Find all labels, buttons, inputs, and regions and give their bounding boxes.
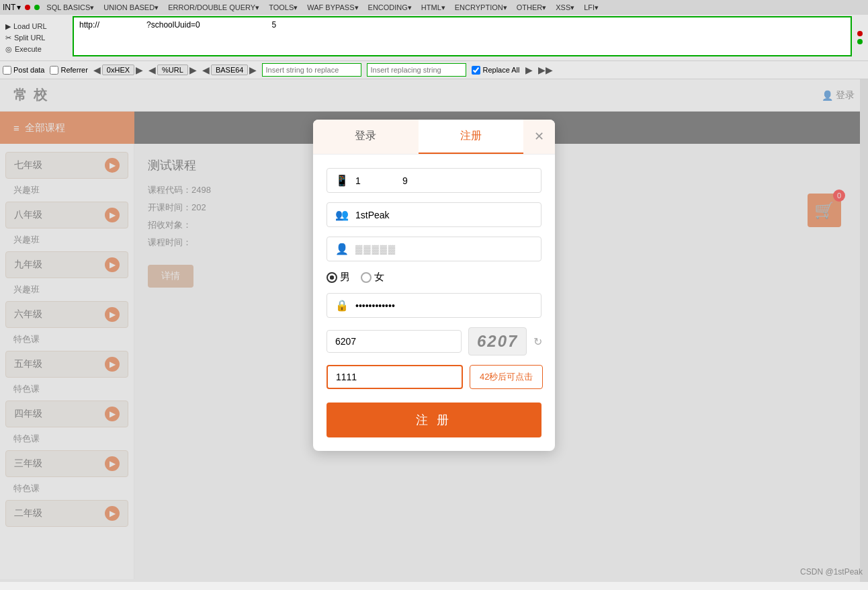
password-dots-input[interactable] (355, 300, 533, 311)
int-label: INT (3, 3, 15, 12)
left-arrow-hex: ◀ (93, 65, 101, 75)
captcha-row: 6207 ↻ (327, 327, 541, 355)
menu-waf-bypass[interactable]: WAF BYPASS▾ (304, 3, 361, 13)
base64-encode-group: ◀ BASE64 ▶ (202, 65, 257, 75)
replace-arrow: ▶ (525, 65, 533, 75)
tab-login[interactable]: 登录 (313, 120, 419, 154)
male-radio (327, 272, 337, 283)
post-data-checkbox[interactable]: Post data (3, 66, 44, 75)
modal-body: 📱 👥 👤 (313, 155, 555, 451)
referrer-checkbox[interactable]: Referrer (50, 66, 87, 75)
right-red-dot (857, 31, 863, 36)
left-arrow-url: ◀ (148, 65, 156, 75)
phone-icon: 📱 (335, 174, 349, 187)
url-encode-group: ◀ %URL ▶ (148, 65, 197, 75)
referrer-check[interactable] (50, 66, 58, 75)
female-radio (361, 272, 372, 283)
menu-tools[interactable]: TOOLS▾ (266, 3, 300, 13)
left-arrow-b64: ◀ (202, 65, 210, 75)
password-dots-field: 🔒 (327, 293, 541, 318)
replace-all-label: Replace All (482, 66, 519, 74)
menu-encoding[interactable]: ENCODING▾ (365, 3, 415, 13)
load-icon: ▶ (5, 22, 11, 31)
hex-encode-group: ◀ 0xHEX ▶ (93, 65, 143, 75)
export-arrow: ▶▶ (538, 65, 553, 75)
execute-button[interactable]: ◎ Execute (3, 44, 70, 55)
user-field-icon: 👥 (335, 208, 349, 221)
menu-xss[interactable]: XSS▾ (553, 3, 577, 13)
menu-error-double[interactable]: ERROR/DOUBLE QUERY▾ (165, 3, 262, 13)
lock-icon: 🔒 (335, 299, 349, 312)
post-data-check[interactable] (3, 66, 11, 75)
modal-dialog: 登录 注册 ✕ 📱 👥 (313, 120, 555, 451)
insert-replacing-input[interactable] (367, 63, 466, 77)
sms-code-input[interactable] (327, 365, 463, 389)
menu-lfi[interactable]: LFI▾ (581, 3, 601, 13)
menu-other[interactable]: OTHER▾ (514, 3, 550, 13)
status-green-dot (34, 5, 40, 10)
gender-female-option[interactable]: 女 (361, 271, 384, 284)
split-url-button[interactable]: ✂ Split URL (3, 32, 70, 44)
left-buttons: ▶ Load URL ✂ Split URL ◎ Execute (3, 21, 70, 55)
load-url-button[interactable]: ▶ Load URL (3, 21, 70, 32)
hex-button[interactable]: 0xHEX (102, 65, 134, 75)
options-row: Post data Referrer ◀ 0xHEX ▶ ◀ %URL ▶ ◀ … (0, 60, 868, 79)
phone-input[interactable] (355, 175, 533, 186)
menu-bar: INT ▾ SQL BASICS▾ UNION BASED▾ ERROR/DOU… (0, 0, 868, 15)
menu-html[interactable]: HTML▾ (419, 3, 448, 13)
right-arrow-hex: ▶ (136, 65, 143, 75)
right-dots (855, 28, 865, 47)
menu-sql-basics[interactable]: SQL BASICS▾ (44, 3, 97, 13)
status-red-dot (25, 5, 30, 10)
female-label: 女 (374, 271, 384, 284)
replace-all-checkbox[interactable]: Replace All (472, 66, 519, 75)
url-row: ▶ Load URL ✂ Split URL ◎ Execute (0, 15, 868, 60)
execute-icon: ◎ (5, 45, 12, 54)
main-content: 常 校 👤 登录 ≡ 全部课程 七年级 ▶ (0, 79, 868, 582)
insert-string-input[interactable] (262, 63, 361, 77)
chevron-down-icon: ▾ (17, 3, 21, 12)
sms-row: 42秒后可点击 (327, 365, 541, 389)
right-green-dot (857, 39, 863, 44)
phone-field: 📱 (327, 168, 541, 193)
load-url-label: Load URL (13, 22, 47, 30)
register-submit-button[interactable]: 注 册 (327, 403, 541, 437)
watermark: CSDN @1stPeak (800, 567, 863, 577)
modal-close-button[interactable]: ✕ (523, 120, 555, 154)
captcha-input[interactable] (327, 330, 462, 353)
captcha-image: 6207 (468, 327, 527, 355)
post-data-label: Post data (13, 66, 44, 74)
modal-overlay: 登录 注册 ✕ 📱 👥 (0, 79, 868, 582)
password-icon: 👤 (335, 243, 349, 255)
url-input-area (73, 16, 852, 59)
gender-row: 男 女 (327, 271, 541, 284)
right-arrow-url: ▶ (189, 65, 197, 75)
username-input[interactable] (355, 210, 533, 220)
right-arrow-b64: ▶ (249, 65, 257, 75)
url-input[interactable] (73, 16, 852, 56)
execute-label: Execute (15, 45, 42, 53)
password-field: 👤 (327, 237, 541, 261)
base64-button[interactable]: BASE64 (211, 65, 249, 75)
modal-tabs: 登录 注册 ✕ (313, 120, 555, 155)
sms-button[interactable]: 42秒后可点击 (470, 365, 543, 389)
int-select[interactable]: INT ▾ (3, 3, 21, 12)
captcha-refresh-button[interactable]: ↻ (533, 335, 542, 348)
referrer-label: Referrer (60, 66, 87, 74)
password-input[interactable] (355, 244, 533, 255)
split-icon: ✂ (5, 34, 11, 42)
split-url-label: Split URL (14, 34, 45, 42)
replace-all-check[interactable] (472, 66, 480, 75)
username-field: 👥 (327, 202, 541, 227)
url-button[interactable]: %URL (157, 65, 188, 75)
tab-register[interactable]: 注册 (419, 120, 524, 154)
gender-male-option[interactable]: 男 (327, 271, 350, 284)
menu-encryption[interactable]: ENCRYPTION▾ (452, 3, 510, 13)
menu-union-based[interactable]: UNION BASED▾ (101, 3, 161, 13)
toolbar: INT ▾ SQL BASICS▾ UNION BASED▾ ERROR/DOU… (0, 0, 868, 79)
male-label: 男 (340, 271, 350, 284)
website-background: 常 校 👤 登录 ≡ 全部课程 七年级 ▶ (0, 79, 868, 582)
